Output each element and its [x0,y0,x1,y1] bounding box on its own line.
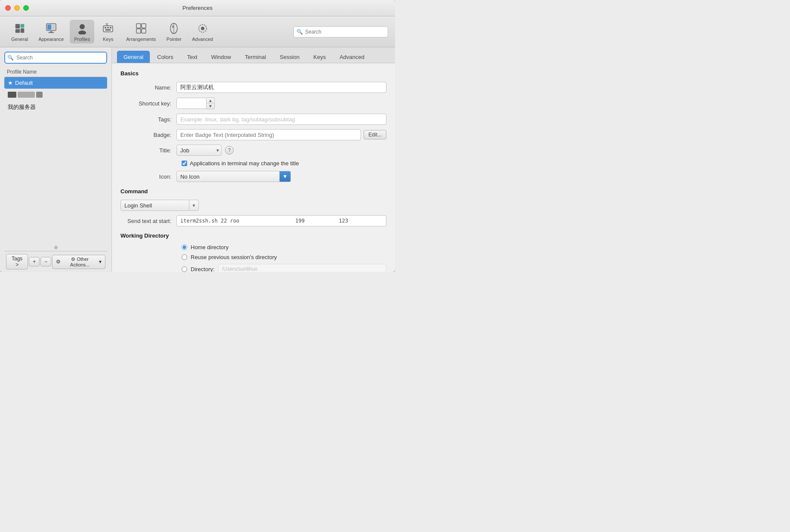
general-label: General [11,37,28,42]
tab-terminal[interactable]: Terminal [238,51,272,63]
tags-button[interactable]: Tags > [6,254,28,269]
window-controls [5,5,29,11]
toolbar-item-advanced[interactable]: Advanced [188,20,217,43]
svg-rect-14 [110,27,111,28]
tab-bar: General Colors Text Window Terminal Sess… [112,47,395,63]
name-input[interactable] [176,82,386,93]
send-text-control [176,215,386,226]
icon-select-button[interactable]: ▼ [280,171,291,182]
toolbar-item-profiles[interactable]: Profiles [70,20,94,43]
badge-control: Edit... [176,129,386,140]
toolbar: General Appearance [0,16,395,47]
svg-rect-13 [107,27,109,28]
close-button[interactable] [5,5,11,11]
app-title-checkbox[interactable] [182,161,187,166]
svg-rect-0 [15,24,20,28]
stepper-up-icon[interactable]: ▲ [207,98,214,103]
color-bar-3 [36,92,43,98]
remove-profile-button[interactable]: − [40,257,51,266]
tab-session[interactable]: Session [273,51,306,63]
login-shell-select[interactable]: Login Shell Custom Command [120,200,189,211]
toolbar-item-general[interactable]: General [7,20,32,43]
keys-icon: ⌘ [101,22,115,35]
sidebar-bottom-bar: Tags > + − ⚙ ⚙ Other Actions... ▾ [4,251,107,272]
arrangements-label: Arrangements [126,37,156,42]
command-section-divider: Command [120,188,386,195]
svg-rect-15 [105,29,111,31]
profile-name-header: Profile Name [7,69,37,75]
main-content: 🔍 Profile Name ★ Default [0,47,395,272]
send-text-row: Send text at start: [120,215,386,226]
tab-keys[interactable]: Keys [307,51,332,63]
login-shell-control: Login Shell Custom Command ▼ [120,200,386,211]
svg-rect-20 [142,29,146,33]
reuse-dir-radio[interactable] [182,254,187,260]
profile-list-header: Profile Name [4,67,107,77]
stepper-down-icon[interactable]: ▼ [207,103,214,109]
command-section-title: Command [120,188,386,195]
reuse-dir-label: Reuse previous session's directory [191,254,277,260]
advanced-icon [196,22,210,35]
sidebar-search-input[interactable] [4,52,107,64]
icon-label: Icon: [120,173,176,180]
svg-rect-18 [142,24,146,28]
svg-rect-12 [105,27,106,28]
home-dir-radio[interactable] [182,244,187,250]
command-select-arrow[interactable]: ▼ [189,200,199,211]
profile-item-myserver[interactable]: 我的服务器 [4,101,107,114]
badge-edit-button[interactable]: Edit... [364,130,386,139]
color-bar-2 [18,92,35,98]
basics-section-title: Basics [120,70,386,77]
command-select-chevron-icon: ▼ [192,203,196,208]
svg-rect-17 [136,24,141,28]
icon-row: Icon: No Icon ▼ [120,171,386,182]
pointer-icon [167,22,181,35]
tab-window[interactable]: Window [205,51,238,63]
toolbar-items: General Appearance [7,20,217,43]
name-label: Name: [120,84,176,91]
scroll-indicator [54,246,58,249]
tags-row: Tags: [120,114,386,125]
tags-control [176,114,386,125]
maximize-button[interactable] [23,5,29,11]
toolbar-item-pointer[interactable]: Pointer [162,20,186,43]
svg-point-10 [78,31,86,34]
svg-text:⌘: ⌘ [105,23,108,26]
appearance-label: Appearance [38,37,64,42]
send-text-input[interactable] [176,215,386,226]
title-select[interactable]: Job Name Job + Name [176,145,222,156]
default-star-icon: ★ [8,80,13,86]
minimize-button[interactable] [14,5,20,11]
profile-item-default[interactable]: ★ Default [4,77,107,89]
badge-input[interactable] [176,129,361,140]
other-actions-button[interactable]: ⚙ ⚙ Other Actions... ▾ [52,255,105,269]
app-title-label: Applications in terminal may change the … [190,160,299,167]
toolbar-item-keys[interactable]: ⌘ Keys [96,20,120,43]
app-title-row: Applications in terminal may change the … [120,160,386,167]
svg-rect-1 [15,29,20,33]
custom-dir-radio[interactable] [182,266,187,272]
title-help-button[interactable]: ? [225,146,234,155]
add-profile-button[interactable]: + [29,257,40,266]
tags-label: Tags: [120,116,176,123]
tab-text[interactable]: Text [181,51,204,63]
name-control [176,82,386,93]
sidebar-search-wrap: 🔍 [4,52,107,64]
title-control: Job Name Job + Name ▼ ? [176,145,386,156]
icon-select-chevron-icon: ▼ [283,173,288,179]
shortcut-stepper[interactable]: ▲ ▼ [207,97,215,109]
icon-select[interactable]: No Icon [176,171,280,182]
tab-advanced[interactable]: Advanced [333,51,371,63]
toolbar-search-input[interactable] [293,26,388,37]
sidebar-search-icon: 🔍 [7,55,14,61]
tab-colors[interactable]: Colors [151,51,180,63]
toolbar-item-arrangements[interactable]: Arrangements [122,20,160,43]
name-row: Name: [120,82,386,93]
login-shell-row: Login Shell Custom Command ▼ [120,200,386,211]
tab-general[interactable]: General [117,51,150,63]
directory-input[interactable] [218,264,386,272]
keys-label: Keys [103,37,113,42]
shortcut-input[interactable] [176,98,207,109]
tags-input[interactable] [176,114,386,125]
toolbar-item-appearance[interactable]: Appearance [34,20,68,43]
